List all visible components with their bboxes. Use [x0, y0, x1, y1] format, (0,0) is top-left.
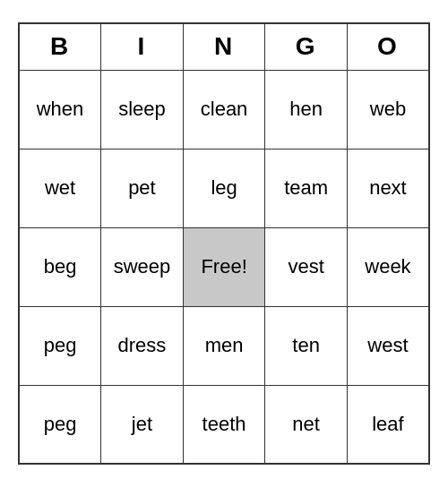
bingo-cell-r3-c4: west — [347, 306, 429, 385]
bingo-cell-r1-c1: pet — [101, 149, 184, 227]
bingo-card: BINGO whensleepcleanhenwebwetpetlegteamn… — [18, 22, 430, 465]
bingo-cell-r2-c3: vest — [265, 227, 348, 306]
bingo-cell-r0-c2: clean — [183, 70, 265, 149]
bingo-row-1: wetpetlegteamnext — [19, 149, 429, 227]
bingo-cell-r0-c3: hen — [265, 70, 348, 149]
bingo-cell-r4-c1: jet — [101, 385, 184, 464]
header-col-b: B — [19, 23, 101, 70]
bingo-cell-r4-c2: teeth — [183, 385, 265, 464]
bingo-cell-r1-c4: next — [347, 149, 429, 227]
header-col-o: O — [347, 23, 429, 70]
bingo-cell-r3-c2: men — [183, 306, 265, 385]
bingo-cell-r4-c3: net — [265, 385, 348, 464]
bingo-cell-r4-c0: peg — [19, 385, 101, 464]
bingo-cell-r2-c2: Free! — [183, 227, 265, 306]
bingo-cell-r1-c3: team — [265, 149, 348, 227]
header-col-g: G — [265, 23, 348, 70]
bingo-cell-r2-c0: beg — [19, 227, 101, 306]
bingo-row-4: pegjetteethnetleaf — [19, 385, 429, 464]
bingo-cell-r0-c4: web — [347, 70, 429, 149]
bingo-cell-r3-c3: ten — [265, 306, 348, 385]
bingo-row-3: pegdressmentenwest — [19, 306, 429, 385]
bingo-cell-r3-c1: dress — [101, 306, 184, 385]
bingo-cell-r3-c0: peg — [19, 306, 101, 385]
bingo-header-row: BINGO — [19, 23, 429, 70]
header-col-i: I — [101, 23, 184, 70]
bingo-cell-r2-c1: sweep — [101, 227, 184, 306]
bingo-cell-r4-c4: leaf — [347, 385, 429, 464]
bingo-row-0: whensleepcleanhenweb — [19, 70, 429, 149]
bingo-cell-r1-c0: wet — [19, 149, 101, 227]
bingo-row-2: begsweepFree!vestweek — [19, 227, 429, 306]
header-col-n: N — [183, 23, 265, 70]
bingo-cell-r2-c4: week — [347, 227, 429, 306]
bingo-cell-r0-c0: when — [19, 70, 101, 149]
bingo-cell-r0-c1: sleep — [101, 70, 184, 149]
bingo-cell-r1-c2: leg — [183, 149, 265, 227]
